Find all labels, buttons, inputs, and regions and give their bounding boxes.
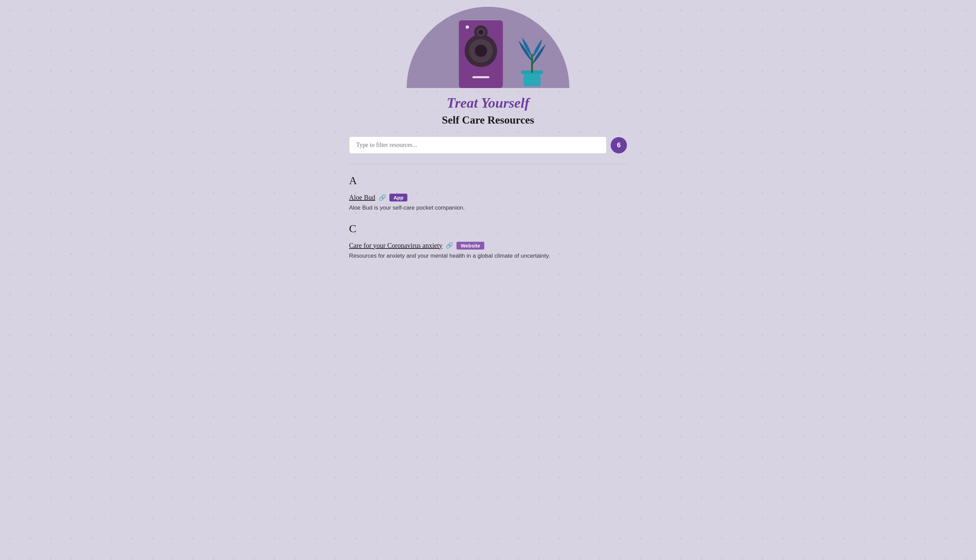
tag-app-aloe-bud: App xyxy=(389,194,407,202)
svg-point-7 xyxy=(478,30,483,35)
search-count-badge: 6 xyxy=(611,137,627,153)
svg-rect-8 xyxy=(472,76,490,78)
svg-point-4 xyxy=(475,45,487,57)
section-a: A Aloe Bud 🔗 App Aloe Bud is your self-c… xyxy=(349,174,627,212)
description-aloe-bud: Aloe Bud is your self-care pocket compan… xyxy=(349,203,627,212)
resource-title-row-c: Care for your Coronavirus anxiety 🔗 Webs… xyxy=(349,242,627,250)
main-title: Treat Yourself xyxy=(349,95,627,111)
resource-link-aloe-bud[interactable]: Aloe Bud xyxy=(349,194,375,202)
resource-link-coronavirus[interactable]: Care for your Coronavirus anxiety xyxy=(349,242,442,250)
description-coronavirus: Resources for anxiety and your mental he… xyxy=(349,252,627,260)
speaker-illustration xyxy=(455,13,510,88)
letter-heading-a: A xyxy=(349,174,627,187)
hero-semicircle xyxy=(407,7,569,88)
link-icon-aloe-bud: 🔗 xyxy=(379,194,386,202)
tag-website-coronavirus: Website xyxy=(456,242,484,250)
page-wrapper: Treat Yourself Self Care Resources 6 A A… xyxy=(336,0,640,290)
section-c: C Care for your Coronavirus anxiety 🔗 We… xyxy=(349,222,627,260)
search-input[interactable] xyxy=(349,137,607,154)
link-icon-coronavirus: 🔗 xyxy=(446,242,453,249)
resource-coronavirus-anxiety: Care for your Coronavirus anxiety 🔗 Webs… xyxy=(349,242,627,260)
section-divider xyxy=(349,164,627,164)
search-container: 6 xyxy=(349,137,627,154)
svg-point-1 xyxy=(466,25,469,29)
hero-illustration xyxy=(349,0,627,88)
title-area: Treat Yourself Self Care Resources xyxy=(349,95,627,126)
resource-title-row: Aloe Bud 🔗 App xyxy=(349,194,627,202)
letter-heading-c: C xyxy=(349,222,627,235)
page-subtitle: Self Care Resources xyxy=(349,114,627,126)
plant-illustration xyxy=(515,34,549,88)
resource-aloe-bud: Aloe Bud 🔗 App Aloe Bud is your self-car… xyxy=(349,194,627,212)
